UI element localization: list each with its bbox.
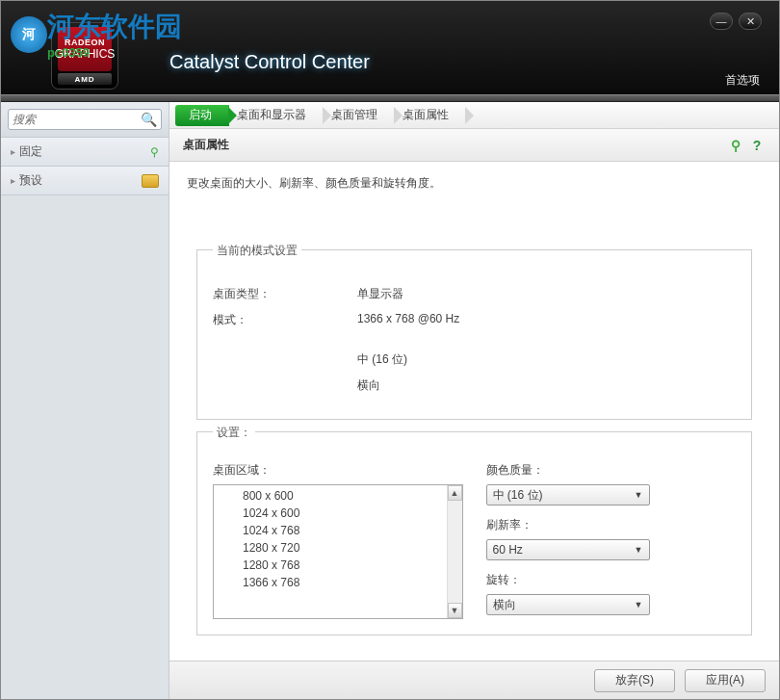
- breadcrumb: 启动 桌面和显示器 桌面管理 桌面属性: [169, 102, 779, 129]
- footer: 放弃(S) 应用(A): [169, 661, 779, 699]
- preferences-link[interactable]: 首选项: [725, 72, 760, 89]
- current-mode-panel: 当前的模式设置 桌面类型： 单显示器 模式： 1366 x 768 @60 Hz…: [196, 249, 752, 420]
- breadcrumb-desktop-display[interactable]: 桌面和显示器: [223, 105, 324, 126]
- resolution-option[interactable]: 800 x 600: [214, 487, 462, 505]
- search-icon[interactable]: 🔍: [141, 112, 157, 127]
- search-box[interactable]: 🔍: [8, 109, 162, 130]
- current-mode-heading: 当前的模式设置: [213, 243, 301, 259]
- resolution-option[interactable]: 1366 x 768: [214, 574, 462, 591]
- watermark-brand: 河东软件园: [47, 9, 182, 45]
- page-header: 桌面属性 ⚲ ?: [169, 129, 779, 162]
- sidebar-item-preset[interactable]: ▸ 预设: [1, 167, 169, 195]
- apply-button[interactable]: 应用(A): [685, 669, 766, 692]
- refresh-rate-combo[interactable]: 60 Hz ▼: [486, 539, 650, 560]
- rotation-value: 横向: [493, 597, 635, 613]
- pin-page-icon[interactable]: ⚲: [731, 138, 741, 153]
- resolution-option[interactable]: 1280 x 720: [214, 539, 462, 557]
- color-quality-label: 颜色质量：: [486, 462, 737, 479]
- content: 更改桌面的大小、刷新率、颜色质量和旋转角度。 当前的模式设置 桌面类型： 单显示…: [169, 162, 779, 661]
- desktop-type-label: 桌面类型：: [213, 286, 357, 302]
- mode-value: 1366 x 768 @60 Hz: [357, 312, 736, 328]
- desktop-area-label: 桌面区域：: [213, 462, 463, 479]
- sidebar-item-label: 预设: [19, 172, 142, 189]
- breadcrumb-startup[interactable]: 启动: [175, 105, 229, 126]
- rotation-label: 旋转：: [486, 572, 737, 588]
- resolution-option[interactable]: 1280 x 768: [214, 557, 462, 574]
- chevron-down-icon: ▼: [635, 600, 643, 609]
- page-title: 桌面属性: [183, 137, 229, 153]
- desktop-type-value: 单显示器: [357, 286, 736, 302]
- settings-panel: 设置： 桌面区域： 800 x 600 1024 x 600 1024 x 76…: [196, 431, 752, 635]
- scroll-down-icon[interactable]: ▼: [448, 603, 462, 618]
- discard-button[interactable]: 放弃(S): [594, 669, 675, 692]
- chevron-right-icon: ▸: [11, 146, 15, 157]
- chevron-down-icon: ▼: [635, 490, 643, 500]
- help-icon[interactable]: ?: [748, 137, 766, 154]
- breadcrumb-desktop-manage[interactable]: 桌面管理: [318, 105, 395, 126]
- sidebar-item-pinned[interactable]: ▸ 固定 ⚲: [1, 138, 169, 167]
- header-stripe: [1, 94, 779, 102]
- settings-heading: 设置：: [213, 425, 255, 441]
- chevron-down-icon: ▼: [635, 545, 643, 555]
- scrollbar[interactable]: ▲ ▼: [447, 485, 462, 618]
- breadcrumb-desktop-props[interactable]: 桌面属性: [389, 105, 466, 126]
- resolution-option[interactable]: 1024 x 768: [214, 522, 462, 539]
- refresh-rate-label: 刷新率：: [486, 517, 737, 533]
- color-depth-value: 中 (16 位): [357, 351, 736, 368]
- chevron-right-icon: ▸: [11, 175, 15, 186]
- mode-label: 模式：: [213, 312, 357, 328]
- page-description: 更改桌面的大小、刷新率、颜色质量和旋转角度。: [187, 175, 762, 192]
- watermark: 河 河东软件园 pc0359: [11, 9, 182, 60]
- orientation-value: 横向: [357, 377, 736, 394]
- app-title: Catalyst Control Center: [169, 51, 370, 73]
- sidebar-item-label: 固定: [19, 143, 150, 160]
- pin-icon: ⚲: [150, 145, 159, 159]
- search-input[interactable]: [13, 113, 141, 126]
- preset-icon: [142, 174, 159, 188]
- main-area: 启动 桌面和显示器 桌面管理 桌面属性 桌面属性 ⚲ ? 更改桌面的大小、刷新率…: [169, 102, 779, 699]
- watermark-logo-icon: 河: [11, 16, 47, 53]
- window-controls: — ✕: [710, 13, 762, 30]
- title-bar: 河 河东软件园 pc0359 RADEON GRAPHICS AMD Catal…: [1, 1, 779, 94]
- watermark-sub: pc0359: [47, 45, 182, 60]
- resolution-listbox[interactable]: 800 x 600 1024 x 600 1024 x 768 1280 x 7…: [213, 484, 463, 619]
- rotation-combo[interactable]: 横向 ▼: [486, 594, 650, 615]
- color-quality-value: 中 (16 位): [493, 487, 635, 504]
- sidebar: 🔍 ▸ 固定 ⚲ ▸ 预设: [1, 102, 169, 699]
- resolution-option[interactable]: 1024 x 600: [214, 505, 462, 522]
- minimize-button[interactable]: —: [710, 13, 733, 30]
- search-wrap: 🔍: [1, 102, 169, 138]
- close-button[interactable]: ✕: [739, 13, 762, 30]
- amd-bar: AMD: [58, 73, 112, 85]
- color-quality-combo[interactable]: 中 (16 位) ▼: [486, 484, 650, 506]
- refresh-rate-value: 60 Hz: [493, 543, 635, 557]
- scroll-up-icon[interactable]: ▲: [448, 485, 462, 501]
